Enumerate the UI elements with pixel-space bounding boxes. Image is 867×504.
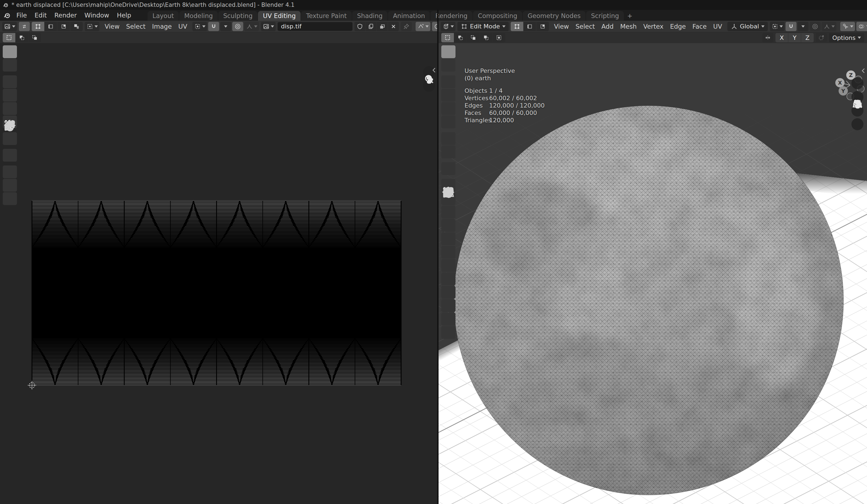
snapping-button[interactable] [785, 22, 796, 31]
menu-view[interactable]: View [551, 21, 572, 32]
tab-sculpting[interactable]: Sculpting [218, 11, 257, 21]
viewport-canvas[interactable]: User Perspective (0) earth Objects1 / 4V… [439, 43, 867, 504]
rip-region-tool-button[interactable] [441, 326, 456, 339]
select-mode-set-button[interactable] [441, 33, 454, 42]
menu-uv[interactable]: UV [175, 21, 191, 32]
blender-window: * earth displaced [C:\Users\mahip\OneDri… [0, 0, 867, 504]
gizmo-axis-y[interactable]: Y [838, 86, 848, 96]
menu-edge[interactable]: Edge [667, 21, 689, 32]
menu-edit[interactable]: Edit [31, 10, 51, 21]
tab-geometry-nodes[interactable]: Geometry Nodes [523, 11, 586, 21]
menu-image[interactable]: Image [149, 21, 175, 32]
new-image-button[interactable] [366, 22, 376, 31]
tab-texture-paint[interactable]: Texture Paint [301, 11, 351, 21]
chevron-down-icon [451, 25, 454, 28]
tab-compositing[interactable]: Compositing [473, 11, 522, 21]
options-dropdown[interactable]: Options [829, 33, 864, 42]
snapping-options-button[interactable] [220, 22, 231, 31]
viewport-sidebar-toggle[interactable] [860, 67, 867, 77]
show-gizmos-button[interactable] [840, 22, 855, 31]
tab-rendering[interactable]: Rendering [430, 11, 472, 21]
close-x-icon [390, 23, 397, 30]
face-select-button[interactable] [536, 22, 549, 31]
select-mode-set-button[interactable] [3, 33, 15, 42]
orientation-label: Global [740, 23, 759, 30]
workspace-tabs: LayoutModelingSculptingUV EditingTexture… [148, 11, 624, 21]
browse-image-button[interactable] [261, 22, 276, 31]
editor-type-button[interactable] [441, 22, 456, 31]
toggle-projection-button[interactable] [852, 118, 864, 130]
menu-face[interactable]: Face [689, 21, 710, 32]
select-mode-subtract-button[interactable] [467, 33, 480, 42]
select-mode-extend-button[interactable] [15, 33, 28, 42]
vertex-select-button[interactable] [511, 22, 523, 31]
uv-select-op-group [3, 33, 41, 42]
pivot-point-button[interactable] [192, 22, 207, 31]
tab-animation[interactable]: Animation [388, 11, 430, 21]
uv-edge-select-button[interactable] [44, 22, 57, 31]
editor-type-button[interactable] [2, 22, 17, 31]
menu-render[interactable]: Render [51, 10, 81, 21]
unlink-image-button[interactable] [388, 22, 399, 31]
menu-mesh[interactable]: Mesh [617, 21, 640, 32]
selmode-vertex-icon [34, 23, 42, 30]
mirror-toggle-button[interactable] [762, 33, 773, 42]
pivot-point-button[interactable] [770, 22, 784, 31]
unpack-icon [379, 23, 386, 30]
tab-layout[interactable]: Layout [148, 11, 179, 21]
axis-y-toggle[interactable]: Y [788, 33, 801, 42]
orientation-dropdown[interactable]: Global [727, 22, 768, 31]
pan-view-button[interactable] [423, 80, 435, 92]
select-mode-invert-button[interactable] [480, 33, 492, 42]
select-mode-intersect-button[interactable] [493, 33, 505, 42]
menu-file[interactable]: File [13, 10, 31, 21]
snapping-options-button[interactable] [798, 22, 809, 31]
unpack-image-button[interactable] [377, 22, 388, 31]
tab-uv-editing[interactable]: UV Editing [258, 11, 301, 21]
pivot-point-icon [194, 23, 201, 30]
proportional-falloff-button[interactable] [822, 22, 836, 31]
uv-island-select-button[interactable] [70, 22, 83, 31]
menu-help[interactable]: Help [113, 10, 135, 21]
select-mode-extend-button[interactable] [454, 33, 467, 42]
pinch-brush-tool-button[interactable] [3, 192, 17, 205]
show-overlays-button[interactable] [856, 22, 867, 31]
gizmo-axis-x[interactable]: X [835, 78, 845, 87]
menu-select[interactable]: Select [572, 21, 598, 32]
edge-select-button[interactable] [524, 22, 536, 31]
sticky-selection-button[interactable] [85, 22, 99, 31]
orientation-icon [731, 23, 738, 30]
snapping-button[interactable] [208, 22, 219, 31]
uv-sidebar-toggle[interactable] [431, 67, 437, 76]
uv-face-select-button[interactable] [57, 22, 70, 31]
tab-shading[interactable]: Shading [352, 11, 387, 21]
select-mode-subtract-button[interactable] [29, 33, 41, 42]
axis-x-toggle[interactable]: X [775, 33, 788, 42]
mesh-select-mode-group [511, 22, 549, 31]
axis-z-toggle[interactable]: Z [801, 33, 814, 42]
tab-scripting[interactable]: Scripting [586, 11, 624, 21]
proportional-falloff-button[interactable] [244, 22, 259, 31]
tab-modeling[interactable]: Modeling [179, 11, 218, 21]
uv-vertex-select-button[interactable] [32, 22, 44, 31]
proportional-editing-button[interactable] [810, 22, 821, 31]
pin-image-button[interactable] [401, 22, 412, 31]
menu-vertex[interactable]: Vertex [640, 21, 667, 32]
image-name-field[interactable] [278, 22, 353, 31]
fake-user-button[interactable] [354, 22, 365, 31]
blender-menu-button[interactable] [3, 11, 11, 19]
uv-canvas[interactable] [0, 43, 437, 504]
pivot-point-icon [771, 23, 779, 30]
menu-uv[interactable]: UV [710, 21, 726, 32]
menu-select[interactable]: Select [123, 21, 149, 32]
snap-individual-button[interactable] [816, 33, 827, 42]
menu-view[interactable]: View [101, 21, 123, 32]
mode-dropdown[interactable]: Edit Mode [457, 22, 509, 31]
proportional-editing-button[interactable] [232, 22, 243, 31]
uv-sync-selection-button[interactable] [19, 22, 30, 31]
menu-add[interactable]: Add [598, 21, 617, 32]
show-overlays-icon [858, 23, 865, 30]
add-workspace-button[interactable]: + [624, 11, 635, 21]
menu-window[interactable]: Window [81, 10, 113, 21]
display-channels-button[interactable] [416, 22, 430, 31]
